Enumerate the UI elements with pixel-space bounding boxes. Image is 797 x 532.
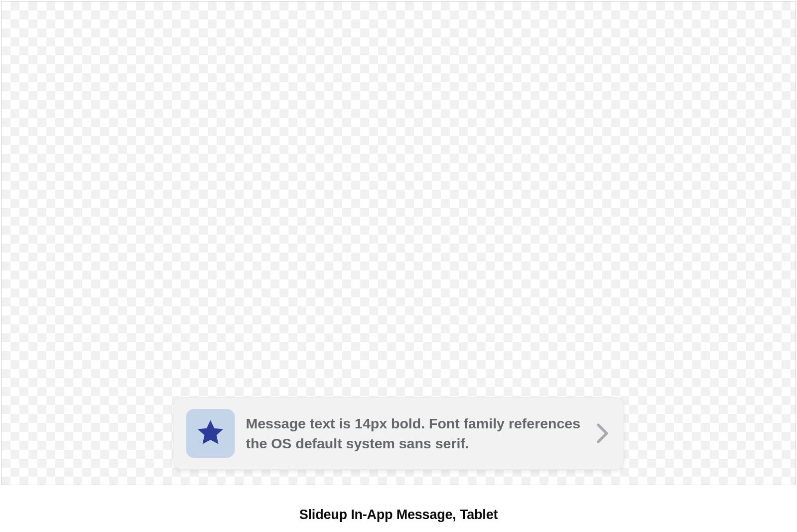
icon-tile [186, 409, 235, 458]
canvas-frame: Message text is 14px bold. Font family r… [1, 1, 796, 485]
slideup-message[interactable]: Message text is 14px bold. Font family r… [173, 397, 624, 470]
chevron-right-icon[interactable] [594, 423, 611, 444]
figure-caption: Slideup In-App Message, Tablet [299, 507, 498, 523]
star-icon [195, 417, 226, 450]
slideup-message-text: Message text is 14px bold. Font family r… [246, 413, 583, 454]
